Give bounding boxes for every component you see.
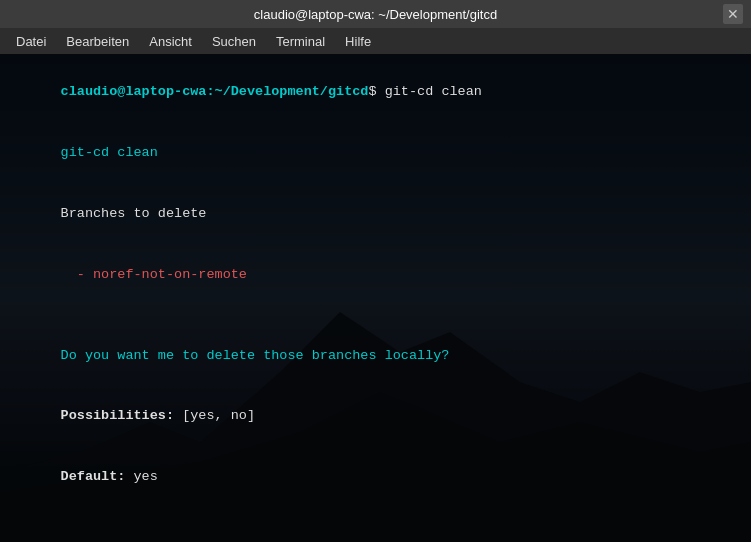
git-cd-echo: git-cd clean [61, 145, 158, 160]
menu-bearbeiten[interactable]: Bearbeiten [58, 32, 137, 51]
terminal-body[interactable]: claudio@laptop-cwa:~/Development/gitcd$ … [0, 54, 751, 542]
terminal-line-question: Do you want me to delete those branches … [12, 325, 739, 386]
close-button[interactable]: ✕ [723, 4, 743, 24]
terminal-line-possibilities: Possibilities: [yes, no] [12, 386, 739, 447]
title-bar: claudio@laptop-cwa: ~/Development/gitcd … [0, 0, 751, 28]
branches-header-text: Branches to delete [61, 206, 207, 221]
prompt-dollar: $ git-cd clean [368, 84, 481, 99]
question-text: Do you want me to delete those branches … [61, 348, 450, 363]
terminal-line-exec1: Executing: git checkout master [12, 528, 739, 542]
branch-item-text: - noref-not-on-remote [61, 267, 247, 282]
terminal-line-default: Default: yes [12, 447, 739, 508]
menu-bar: Datei Bearbeiten Ansicht Suchen Terminal… [0, 28, 751, 54]
menu-suchen[interactable]: Suchen [204, 32, 264, 51]
default-value: yes [125, 469, 157, 484]
possibilities-value: [yes, no] [174, 408, 255, 423]
menu-hilfe[interactable]: Hilfe [337, 32, 379, 51]
terminal-line-branches-header: Branches to delete [12, 184, 739, 245]
possibilities-label: Possibilities: [61, 408, 174, 423]
terminal-blank-1 [12, 305, 739, 325]
menu-ansicht[interactable]: Ansicht [141, 32, 200, 51]
default-label: Default: [61, 469, 126, 484]
terminal-line-cmd1: claudio@laptop-cwa:~/Development/gitcd$ … [12, 62, 739, 123]
menu-terminal[interactable]: Terminal [268, 32, 333, 51]
prompt-user: claudio@laptop-cwa:~/Development/gitcd [61, 84, 369, 99]
terminal-blank-2 [12, 508, 739, 528]
menu-datei[interactable]: Datei [8, 32, 54, 51]
terminal-line-echo: git-cd clean [12, 123, 739, 184]
window-title: claudio@laptop-cwa: ~/Development/gitcd [254, 7, 497, 22]
terminal-line-branch-item: - noref-not-on-remote [12, 244, 739, 305]
terminal-window: claudio@laptop-cwa: ~/Development/gitcd … [0, 0, 751, 542]
